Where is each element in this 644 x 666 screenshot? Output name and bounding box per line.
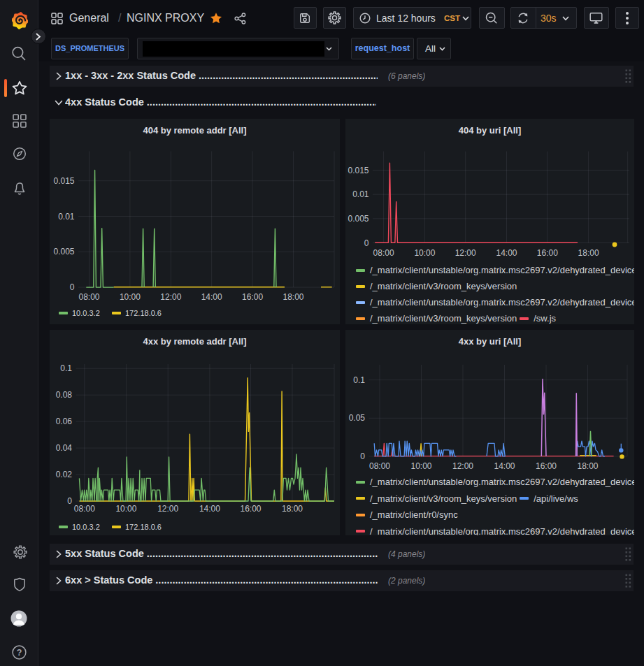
svg-text:14:00: 14:00 — [199, 504, 220, 514]
svg-text:18:00: 18:00 — [577, 461, 598, 471]
svg-text:10:00: 10:00 — [410, 461, 431, 471]
svg-text:0.1: 0.1 — [353, 375, 365, 385]
svg-text:18:00: 18:00 — [282, 292, 303, 302]
svg-text:0: 0 — [360, 451, 365, 461]
svg-text:0.1: 0.1 — [60, 363, 72, 373]
svg-text:12:00: 12:00 — [452, 461, 473, 471]
svg-text:0.02: 0.02 — [56, 470, 73, 479]
svg-text:08:00: 08:00 — [369, 461, 390, 471]
svg-text:08:00: 08:00 — [78, 292, 99, 302]
svg-text:12:00: 12:00 — [160, 292, 181, 302]
svg-text:0.01: 0.01 — [352, 189, 369, 199]
svg-text:0: 0 — [70, 282, 75, 292]
svg-text:0.005: 0.005 — [53, 247, 74, 256]
svg-text:?: ? — [17, 648, 22, 658]
svg-text:0.015: 0.015 — [348, 166, 368, 175]
svg-text:12:00: 12:00 — [157, 504, 178, 514]
svg-text:18:00: 18:00 — [578, 248, 599, 258]
svg-text:14:00: 14:00 — [494, 461, 515, 471]
svg-text:0.08: 0.08 — [56, 390, 73, 400]
svg-text:16:00: 16:00 — [240, 504, 261, 514]
svg-text:14:00: 14:00 — [496, 248, 517, 258]
svg-text:16:00: 16:00 — [536, 461, 557, 471]
svg-text:10:00: 10:00 — [115, 504, 136, 514]
svg-text:0.04: 0.04 — [56, 443, 73, 453]
svg-text:08:00: 08:00 — [74, 504, 95, 514]
svg-text:08:00: 08:00 — [373, 248, 394, 258]
svg-text:0.01: 0.01 — [58, 212, 75, 222]
svg-text:0: 0 — [364, 238, 369, 248]
svg-text:14:00: 14:00 — [201, 292, 222, 302]
svg-text:10:00: 10:00 — [414, 248, 435, 258]
svg-text:16:00: 16:00 — [242, 292, 263, 302]
svg-text:0.05: 0.05 — [349, 413, 366, 423]
svg-text:0.015: 0.015 — [53, 176, 74, 186]
svg-text:0: 0 — [67, 496, 72, 506]
svg-text:18:00: 18:00 — [282, 504, 303, 514]
svg-text:16:00: 16:00 — [537, 248, 558, 258]
svg-text:0.06: 0.06 — [56, 417, 73, 426]
svg-text:10:00: 10:00 — [120, 292, 141, 302]
svg-text:0.005: 0.005 — [348, 214, 368, 224]
svg-text:12:00: 12:00 — [455, 248, 476, 258]
